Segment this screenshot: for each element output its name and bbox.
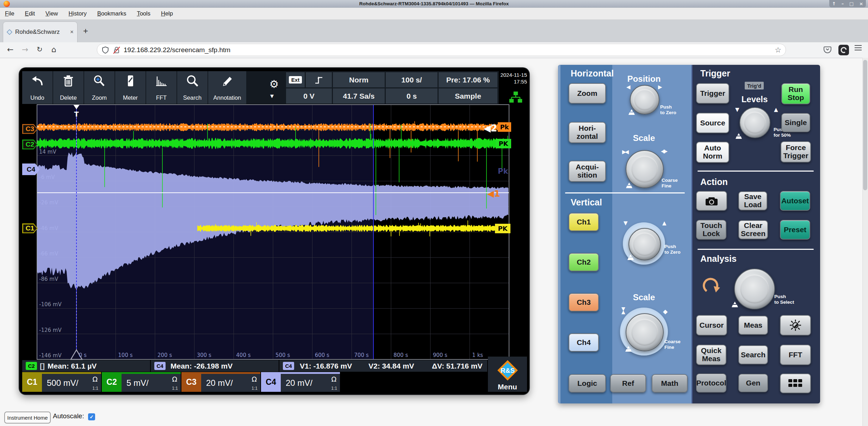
insecure-lock-icon[interactable] (112, 46, 120, 54)
ref-button[interactable]: Ref (610, 374, 646, 393)
logic-button[interactable]: Logic (569, 374, 606, 393)
channel-tag-c3[interactable]: C3 (22, 124, 38, 134)
scrollbar-thumb[interactable] (863, 60, 867, 190)
menu-bookmarks[interactable]: Bookmarks (97, 10, 126, 17)
menu-file[interactable]: File (5, 10, 14, 17)
home-button[interactable]: ⌂ (51, 45, 56, 54)
math-button[interactable]: Math (652, 374, 688, 393)
autoset-button[interactable]: Autoset (780, 191, 810, 211)
trigger-button[interactable]: Trigger (696, 83, 729, 104)
cursor-button[interactable]: Cursor (696, 315, 727, 335)
force-trigger-button[interactable]: Force Trigger (781, 141, 811, 162)
reload-button[interactable]: ↻ (37, 45, 43, 54)
shield-icon[interactable] (101, 46, 109, 54)
firefox-window: Rohde&Schwarz-RTM3004-1335.8794k04/10149… (0, 0, 868, 426)
window-minimize-icon[interactable]: – (842, 1, 844, 6)
trigger-source-cell[interactable]: Ext (286, 72, 305, 87)
screenshot-button[interactable] (696, 191, 727, 211)
waveform-graticule[interactable]: 34 mV14 mV-6 mV-26 mV-46 mV-66 mV-86 mV-… (37, 105, 509, 359)
scope-meter-button[interactable]: Meter (115, 71, 145, 104)
tab-close-icon[interactable]: × (70, 29, 74, 36)
menu-edit[interactable]: Edit (25, 10, 35, 17)
quick-meas-button[interactable]: Quick Meas (696, 345, 726, 365)
trigger-level-cell[interactable]: 0 V (286, 88, 332, 104)
horizontal-position-cell[interactable]: 0 s (386, 88, 438, 104)
url-bar[interactable]: 192.168.229.22/screencam_sfp.htm ☆ (97, 44, 786, 56)
timebase-cell[interactable]: 100 s/ (386, 72, 438, 87)
apps-grid-icon (788, 378, 803, 389)
extension-icon[interactable] (838, 45, 849, 55)
forward-button[interactable]: → (22, 45, 28, 54)
new-tab-button[interactable]: + (83, 26, 88, 36)
search-button[interactable]: Search (738, 345, 768, 364)
ch4-button[interactable]: Ch4 (569, 333, 599, 352)
scope-menu-button[interactable]: R&S Menu (488, 357, 527, 392)
autoscale-checkbox[interactable]: ✓ (88, 413, 95, 420)
source-button[interactable]: Source (696, 113, 729, 133)
window-close-icon[interactable]: × (859, 1, 863, 6)
scope-undo-button[interactable]: Undo (22, 71, 52, 104)
meas-button[interactable]: Meas (738, 316, 768, 335)
single-button[interactable]: Single (781, 113, 810, 132)
menu-help[interactable]: Help (161, 10, 173, 17)
trigger-levels-knob[interactable] (739, 107, 770, 138)
channel-4-settings[interactable]: C4 20 mV/Ω1:1 (261, 372, 340, 392)
channel-3-settings[interactable]: C3 20 mV/Ω1:1 (181, 372, 260, 392)
push-pedestal-icon (627, 254, 634, 260)
back-button[interactable]: ← (7, 45, 13, 54)
scope-settings-gear-icon[interactable]: ⚙ (266, 78, 282, 90)
levels-label: Levels (738, 94, 771, 104)
time-text: 17:55 (500, 79, 527, 85)
apps-button[interactable] (780, 373, 811, 393)
scope-search-button[interactable]: Search (177, 71, 207, 104)
channel-2-settings[interactable]: C2 5 mV/Ω1:1 (102, 372, 181, 392)
window-shade-icon[interactable]: ↑ (832, 1, 836, 6)
horizontal-zoom-button[interactable]: Zoom (569, 83, 606, 104)
intensity-button[interactable] (780, 315, 811, 335)
acquisition-button[interactable]: Acqui- sition (569, 161, 606, 182)
cursor-results[interactable]: C4 V1: -16.876 mV V2: 34.84 mV ΔV: 51.71… (279, 360, 487, 372)
ch1-button[interactable]: Ch1 (569, 213, 599, 231)
instrument-home-button[interactable]: Instrument Home (4, 412, 51, 424)
protocol-button[interactable]: Protocol (696, 373, 726, 393)
browser-tab[interactable]: Rohde&Schwarz × (3, 21, 78, 42)
navigation-knob[interactable] (734, 268, 775, 309)
run-stop-button[interactable]: Run Stop (781, 83, 810, 104)
scope-delete-button[interactable]: Delete (53, 71, 83, 104)
menu-history[interactable]: History (69, 10, 87, 17)
menu-view[interactable]: View (45, 10, 58, 17)
channel-tag-c1[interactable]: C1 (22, 223, 38, 233)
preset-button[interactable]: Preset (780, 220, 810, 240)
channel-tag-c4[interactable]: C4 (22, 163, 40, 175)
channel-tag-c2[interactable]: C2 (22, 140, 38, 149)
pretrigger-cell[interactable]: Pre: 17.06 % (439, 72, 497, 87)
pocket-icon[interactable] (823, 45, 832, 55)
trigger-slope-cell[interactable] (306, 72, 332, 87)
measurement-1[interactable]: C2 [] Mean: 61.1 µV (22, 360, 150, 372)
gen-button[interactable]: Gen (738, 374, 768, 392)
touch-lock-button[interactable]: Touch Lock (696, 220, 726, 240)
channel-1-settings[interactable]: C1 500 mV/Ω1:1 (22, 372, 101, 392)
svg-text:PK: PK (498, 225, 508, 232)
ch3-button[interactable]: Ch3 (569, 293, 599, 311)
sample-rate-cell[interactable]: 41.7 Sa/s (333, 88, 385, 104)
scope-zoom-button[interactable]: Zoom (84, 71, 114, 104)
measurement-2[interactable]: C4 Mean: -26.198 mV (151, 360, 279, 372)
acquisition-mode-cell[interactable]: Sample (439, 88, 497, 104)
scope-fft-button[interactable]: FFT (146, 71, 176, 104)
horizontal-button[interactable]: Hori- zontal (569, 122, 606, 143)
window-maximize-icon[interactable]: □ (849, 1, 854, 6)
ch2-button[interactable]: Ch2 (569, 253, 599, 271)
fft-button[interactable]: FFT (780, 345, 811, 365)
fft-icon (155, 75, 168, 87)
scope-annotation-button[interactable]: Annotation (208, 71, 246, 104)
url-text[interactable]: 192.168.229.22/screencam_sfp.htm (124, 46, 771, 54)
v-scale-knob[interactable] (626, 313, 664, 351)
trigger-mode-cell[interactable]: Norm (333, 72, 385, 87)
menu-tools[interactable]: Tools (137, 10, 150, 17)
auto-norm-button[interactable]: Auto Norm (696, 142, 729, 163)
scope-settings-caret-icon[interactable]: ▼ (270, 93, 274, 99)
bookmark-star-icon[interactable]: ☆ (775, 46, 781, 54)
save-load-button[interactable]: Save Load (738, 191, 767, 210)
clear-screen-button[interactable]: Clear Screen (738, 220, 768, 239)
